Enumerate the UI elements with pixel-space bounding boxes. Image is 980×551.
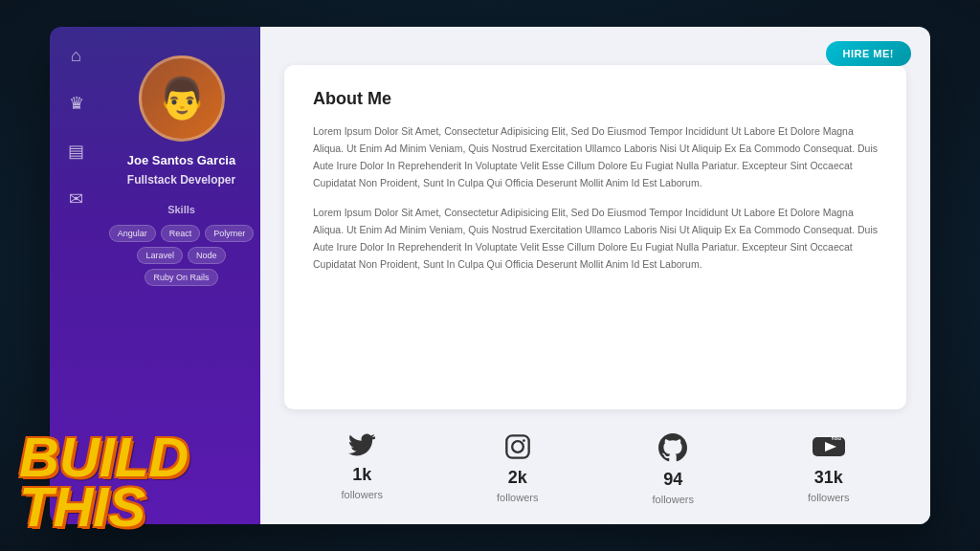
svg-point-2 bbox=[523, 439, 525, 442]
overlay-text: BUILD THIS bbox=[19, 432, 189, 532]
twitter-stat: 1k followers bbox=[342, 433, 383, 505]
skills-grid: Angular React Polymer Laravel Node Ruby … bbox=[102, 225, 260, 286]
instagram-label: followers bbox=[497, 492, 538, 503]
svg-point-1 bbox=[512, 441, 523, 452]
svg-text:You: You bbox=[831, 435, 841, 441]
github-icon bbox=[658, 433, 687, 466]
instagram-stat: 2k followers bbox=[497, 433, 538, 505]
twitter-label: followers bbox=[342, 489, 383, 500]
screen-icon[interactable]: ▤ bbox=[68, 141, 84, 162]
hire-btn-area: HIRE ME! bbox=[826, 41, 912, 66]
profile-section: 👨 Joe Santos Garcia Fullstack Developer … bbox=[102, 46, 260, 286]
skill-rubyonrails: Ruby On Rails bbox=[145, 269, 217, 286]
crown-icon[interactable]: ♛ bbox=[69, 93, 84, 114]
social-stats: 1k followers 2k followers bbox=[260, 424, 930, 524]
skill-angular: Angular bbox=[109, 225, 156, 242]
youtube-count: 31k bbox=[814, 468, 843, 488]
skills-heading: Skills bbox=[167, 204, 195, 215]
avatar: 👨 bbox=[139, 55, 225, 142]
about-paragraph-1: Lorem Ipsum Dolor Sit Amet, Consectetur … bbox=[313, 123, 878, 191]
github-count: 94 bbox=[663, 470, 682, 490]
avatar-image: 👨 bbox=[157, 78, 207, 119]
twitter-icon bbox=[348, 433, 375, 461]
build-label: BUILD bbox=[19, 432, 189, 482]
this-label: THIS bbox=[19, 482, 189, 532]
skill-node: Node bbox=[188, 247, 226, 264]
mail-icon[interactable]: ✉ bbox=[69, 188, 83, 209]
github-stat: 94 followers bbox=[653, 433, 694, 505]
about-paragraph-2: Lorem Ipsum Dolor Sit Amet, Consectetur … bbox=[313, 205, 878, 273]
svg-rect-0 bbox=[506, 435, 528, 457]
profile-title: Fullstack Developer bbox=[127, 173, 235, 187]
profile-name: Joe Santos Garcia bbox=[127, 153, 235, 167]
youtube-stat: You 31k followers bbox=[808, 433, 849, 505]
github-label: followers bbox=[653, 494, 694, 505]
instagram-icon bbox=[504, 433, 531, 464]
skill-react: React bbox=[161, 225, 201, 242]
main-content: HIRE ME! About Me Lorem Ipsum Dolor Sit … bbox=[260, 27, 930, 524]
skill-polymer: Polymer bbox=[205, 225, 254, 242]
home-icon[interactable]: ⌂ bbox=[71, 46, 81, 66]
about-title: About Me bbox=[313, 89, 878, 109]
instagram-count: 2k bbox=[508, 468, 527, 488]
twitter-count: 1k bbox=[352, 465, 371, 485]
skill-laravel: Laravel bbox=[137, 247, 183, 264]
about-card: About Me Lorem Ipsum Dolor Sit Amet, Con… bbox=[284, 65, 906, 409]
youtube-icon: You bbox=[812, 433, 846, 464]
hire-me-button[interactable]: HIRE ME! bbox=[826, 41, 912, 66]
youtube-label: followers bbox=[808, 492, 849, 503]
